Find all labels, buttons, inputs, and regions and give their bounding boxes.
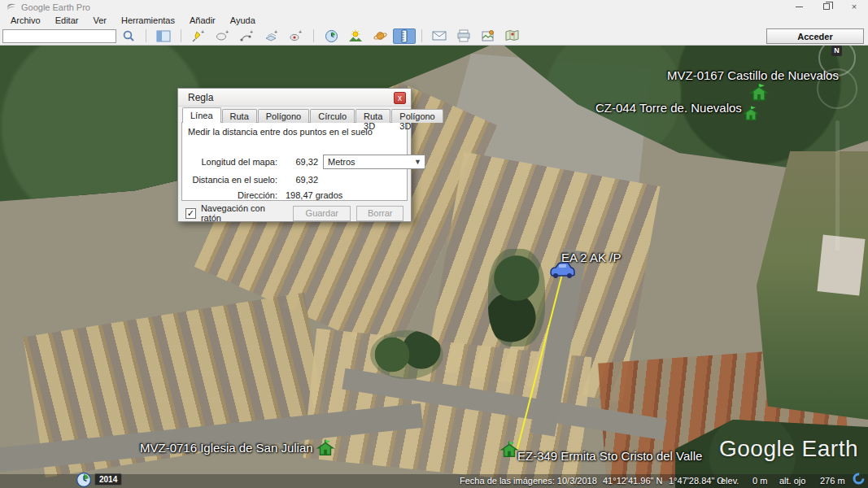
print-button[interactable] xyxy=(452,28,475,44)
sidebar-toggle-button[interactable] xyxy=(152,28,175,44)
email-icon xyxy=(432,30,447,41)
map-length-label: Longitud del mapa: xyxy=(188,157,284,167)
toolbar: + + + + + xyxy=(0,27,868,46)
toolbar-separator xyxy=(181,29,181,42)
planets-icon xyxy=(373,29,388,42)
sunlight-button[interactable] xyxy=(344,28,367,44)
streaming-progress-icon xyxy=(853,473,865,485)
status-bar: Fecha de las imágenes: 10/3/2018 41°12'4… xyxy=(0,474,868,488)
ruler-button[interactable] xyxy=(393,28,416,44)
imagery-year-badge: 2014 xyxy=(94,473,122,486)
tab-circulo[interactable]: Círculo xyxy=(310,109,355,123)
menu-bar: Archivo Editar Ver Herramientas Añadir A… xyxy=(0,14,868,27)
eye-altitude-label: alt. ojo xyxy=(779,476,805,486)
add-polygon-button[interactable]: + xyxy=(212,28,234,44)
toolbar-separator xyxy=(313,29,314,42)
sunlight-icon xyxy=(348,29,363,42)
chevron-down-icon: ▼ xyxy=(414,158,421,166)
unit-dropdown[interactable]: Metros ▼ xyxy=(323,155,425,169)
ruler-tabstrip: Línea Ruta Polígono Círculo Ruta 3D Polí… xyxy=(178,107,411,123)
search-button[interactable] xyxy=(117,28,140,44)
tab-linea[interactable]: Línea xyxy=(182,107,221,123)
ruler-dialog-close-button[interactable]: x xyxy=(394,92,406,104)
search-input[interactable] xyxy=(2,29,116,43)
zoom-slider[interactable] xyxy=(835,120,840,251)
record-tour-button[interactable]: + xyxy=(285,28,308,44)
view-in-maps-button[interactable] xyxy=(501,28,524,44)
elevation-value: 0 m xyxy=(752,476,767,486)
heading-label: Dirección: xyxy=(188,190,284,200)
tab-ruta-3d[interactable]: Ruta 3D xyxy=(355,109,390,123)
eye-altitude-value: 276 m xyxy=(820,476,845,486)
save-image-icon xyxy=(481,29,495,42)
svg-text:+: + xyxy=(250,29,253,35)
close-button[interactable]: × xyxy=(840,0,868,13)
email-button[interactable] xyxy=(428,28,451,44)
green-house-icon[interactable] xyxy=(748,81,770,102)
tab-ruta[interactable]: Ruta xyxy=(222,109,257,123)
save-button[interactable]: Guardar xyxy=(293,206,351,221)
ground-distance-value: 69,32 xyxy=(284,175,323,185)
svg-text:+: + xyxy=(274,29,277,35)
svg-text:+: + xyxy=(201,29,204,35)
sidebar-toggle-icon xyxy=(156,30,171,42)
green-house-icon[interactable] xyxy=(742,104,760,122)
google-earth-watermark: Google Earth xyxy=(719,436,858,462)
ruler-dialog-footer: ✓ Navegación con ratón Guardar Borrar xyxy=(178,203,411,223)
restore-button[interactable] xyxy=(813,0,840,13)
add-image-overlay-icon: + xyxy=(264,29,279,42)
ruler-dialog-titlebar[interactable]: Regla xyxy=(178,89,411,107)
placemark-label-iglesia[interactable]: MVZ-0716 Iglesia de San Julian xyxy=(140,441,313,455)
look-joystick[interactable] xyxy=(817,68,857,109)
toolbar-separator xyxy=(421,29,422,42)
placemark-label-castillo[interactable]: MVZ-0167 Castillo de Nuevalos xyxy=(667,68,839,82)
add-image-overlay-button[interactable]: + xyxy=(260,28,283,44)
placemark-label-ermita[interactable]: EZ-349 Ermita Sto Cristo del Valle xyxy=(517,449,702,463)
building-white xyxy=(817,234,865,295)
menu-editar[interactable]: Editar xyxy=(48,15,86,26)
mouse-nav-checkbox[interactable]: ✓ xyxy=(185,208,196,219)
window-title: Google Earth Pro xyxy=(21,2,90,12)
add-placemark-button[interactable]: + xyxy=(187,28,210,44)
elevation-label: elev. xyxy=(721,476,739,486)
placemark-label-torre[interactable]: CZ-044 Torre de. Nuevalos xyxy=(595,101,742,115)
map-length-value: 69,32 xyxy=(284,157,323,167)
historical-imagery-button[interactable] xyxy=(320,28,342,44)
ground-distance-label: Distancia en el suelo: xyxy=(188,175,284,185)
ruler-icon xyxy=(399,29,409,43)
blue-car-icon[interactable] xyxy=(548,261,576,279)
compass-north-icon[interactable]: N xyxy=(831,46,842,56)
toolbar-separator xyxy=(146,29,146,42)
minimize-button[interactable] xyxy=(785,0,813,13)
ruler-dialog: Regla x Línea Ruta Polígono Círculo Ruta… xyxy=(177,88,412,222)
tab-poligono[interactable]: Polígono xyxy=(258,109,309,123)
green-house-icon[interactable] xyxy=(499,439,519,459)
app-icon xyxy=(7,2,16,12)
heading-value: 198,47 grados xyxy=(284,190,425,200)
park-trees xyxy=(370,330,443,379)
tab-poligono-3d[interactable]: Polígono 3D xyxy=(391,109,443,123)
ruler-tab-page: Medir la distancia entre dos puntos en e… xyxy=(181,122,408,201)
save-image-button[interactable] xyxy=(477,28,499,44)
menu-ayuda[interactable]: Ayuda xyxy=(223,15,263,26)
tree-cluster xyxy=(488,249,545,346)
menu-ver[interactable]: Ver xyxy=(85,15,114,26)
historical-clock-icon[interactable] xyxy=(76,472,92,488)
view-in-maps-icon xyxy=(505,29,520,42)
add-path-icon: + xyxy=(240,29,255,42)
clear-button[interactable]: Borrar xyxy=(356,206,403,221)
sign-in-button[interactable]: Acceder xyxy=(766,28,864,44)
menu-archivo[interactable]: Archivo xyxy=(3,15,48,26)
add-placemark-icon: + xyxy=(191,29,206,42)
longitude-readout: 1°47'28.84" O xyxy=(669,476,724,486)
historical-imagery-icon xyxy=(325,29,338,43)
title-bar: Google Earth Pro × xyxy=(0,0,868,14)
green-house-icon[interactable] xyxy=(316,438,335,457)
menu-anadir[interactable]: Añadir xyxy=(182,15,223,26)
add-path-button[interactable]: + xyxy=(236,28,259,44)
mouse-nav-label: Navegación con ratón xyxy=(201,203,287,223)
menu-herramientas[interactable]: Herramientas xyxy=(114,15,182,26)
imagery-date: Fecha de las imágenes: 10/3/2018 xyxy=(460,476,597,486)
planets-button[interactable] xyxy=(369,28,391,44)
svg-text:+: + xyxy=(299,29,302,35)
